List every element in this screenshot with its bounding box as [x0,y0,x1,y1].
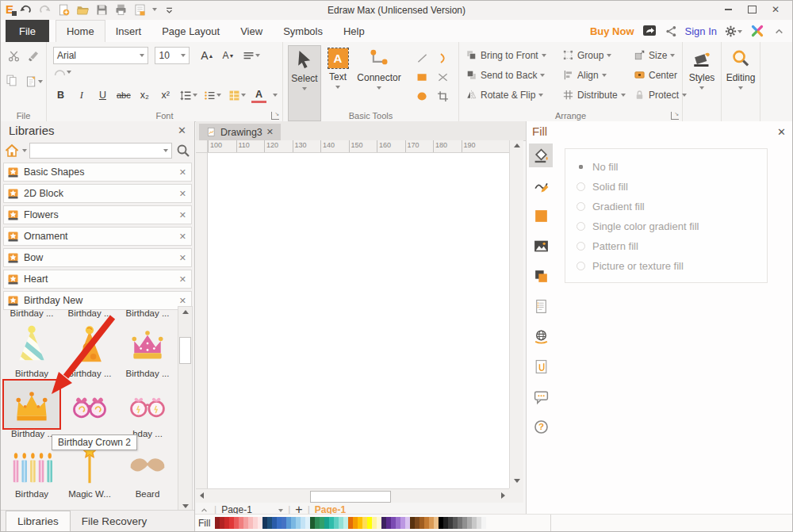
insert-picture-button[interactable] [529,234,553,258]
close-library-icon[interactable]: ✕ [179,253,186,263]
drawing-canvas[interactable] [208,153,509,488]
symbol-party-hat-striped[interactable] [3,320,60,369]
horizontal-scrollbar[interactable] [196,488,509,503]
group-button[interactable]: Group [562,45,634,65]
quick-color-button[interactable] [529,204,553,228]
redo-button[interactable] [38,2,52,17]
fill-option-solid-fill[interactable]: Solid fill [577,177,767,197]
symbol-crown-pink[interactable] [119,320,176,369]
line-format-button[interactable] [529,174,553,197]
arc-tool-button[interactable] [436,51,450,65]
page-setup-button[interactable] [529,294,553,318]
panel-tab-file-recovery[interactable]: File Recovery [71,511,159,531]
library-item-flowers[interactable]: Flowers✕ [3,205,192,224]
format-painter-icon[interactable] [27,49,40,63]
line-spacing-button[interactable] [179,87,197,103]
tab-symbols[interactable]: Symbols [273,20,333,42]
editing-button[interactable]: Editing [724,45,757,90]
buy-now-link[interactable]: Buy Now [590,25,634,37]
home-icon[interactable] [4,143,20,159]
symbol-glasses-heart[interactable] [61,380,118,429]
font-family-select[interactable]: Arial [53,47,148,64]
comment-button[interactable] [529,385,553,408]
close-library-icon[interactable]: ✕ [179,210,186,220]
cross-tool-button[interactable] [436,70,450,84]
fill-format-button[interactable] [529,144,553,167]
scroll-down-icon[interactable] [514,479,520,483]
shape-theme-button[interactable] [529,264,553,288]
bold-button[interactable]: B [53,87,68,103]
fill-option-single-color-gradient-fill[interactable]: Single color gradient fill [577,216,767,236]
save-button[interactable] [95,2,109,17]
library-item-basic-shapes[interactable]: Basic Shapes✕ [3,163,192,182]
radio-icon[interactable] [577,182,585,191]
radio-icon[interactable] [577,262,585,270]
library-search-input[interactable] [29,143,172,159]
tab-insert[interactable]: Insert [105,20,152,42]
open-file-button[interactable] [76,2,90,17]
connector-tool-button[interactable]: Connector [354,45,404,121]
tab-page-layout[interactable]: Page Layout [151,20,230,42]
home-caret[interactable] [22,149,27,152]
search-icon[interactable] [175,143,191,159]
document-tab[interactable]: Drawing3 ✕ [199,124,281,140]
rect-tool-button[interactable] [416,70,429,84]
styles-button[interactable]: Styles [685,45,718,90]
align-button[interactable]: Align [562,65,634,85]
subscript-button[interactable]: x₂ [137,87,152,103]
tab-help[interactable]: Help [333,20,375,42]
superscript-button[interactable]: x² [158,87,173,103]
radio-icon[interactable] [577,202,585,211]
sign-in-link[interactable]: Sign In [685,25,717,37]
close-library-icon[interactable]: ✕ [179,274,186,285]
scroll-left-icon[interactable] [200,492,204,499]
color-swatch[interactable] [481,517,486,529]
fill-option-no-fill[interactable]: No fill [577,157,767,177]
symbol-crown-gold[interactable] [3,380,60,429]
fill-option-gradient-fill[interactable]: Gradient fill [577,197,767,216]
report-button[interactable] [133,2,147,17]
close-library-icon[interactable]: ✕ [179,189,186,199]
collapse-ribbon-icon[interactable] [772,25,786,38]
tab-file[interactable]: File [6,20,49,42]
hyperlink-button[interactable] [529,324,553,348]
libraries-close-icon[interactable]: ✕ [178,124,186,136]
library-item-heart[interactable]: Heart✕ [3,270,192,289]
search-history-caret[interactable] [163,149,168,152]
decrease-font-button[interactable]: A▼ [220,48,236,63]
center-button[interactable]: Center [634,65,683,85]
text-tool-button[interactable]: A Text [321,45,354,121]
scroll-right-icon[interactable] [501,492,505,499]
library-item-birthday-new[interactable]: Birthday New✕ [3,291,192,310]
scroll-up-icon[interactable] [182,310,189,314]
print-button[interactable] [114,2,128,17]
cut-icon[interactable] [7,49,21,63]
radio-icon[interactable] [577,222,585,231]
align-text-button[interactable] [242,48,260,63]
bullet-list-button[interactable] [203,87,221,103]
minimize-button[interactable] [716,1,740,18]
copy-icon[interactable] [5,74,18,87]
undo-button[interactable] [19,2,33,17]
library-scrollbar[interactable] [178,306,193,512]
protect-button[interactable]: Protect [634,85,683,105]
crop-tool-button[interactable] [436,89,450,103]
line-tool-button[interactable] [416,51,429,65]
arrange-dialog-launcher[interactable]: ↘ [671,112,679,120]
scroll-up-icon[interactable] [514,144,520,147]
library-item-ornament[interactable]: Ornament✕ [3,227,192,246]
tab-home[interactable]: Home [56,20,105,42]
symbol-glasses-round[interactable] [119,380,176,429]
close-library-icon[interactable]: ✕ [179,167,186,178]
font-size-select[interactable]: 10 [155,47,190,64]
font-color-button[interactable]: A [251,88,266,103]
scrollbar-thumb[interactable] [310,491,391,503]
bring-to-front-button[interactable]: Bring to Front [465,45,562,65]
share-icon[interactable] [665,25,678,38]
maximize-button[interactable] [740,1,764,18]
fill-option-pattern-fill[interactable]: Pattern fill [577,236,767,256]
font-color-caret[interactable] [273,94,278,97]
size-button[interactable]: Size [634,45,683,65]
settings-button[interactable] [724,24,742,38]
close-document-icon[interactable]: ✕ [266,127,274,137]
